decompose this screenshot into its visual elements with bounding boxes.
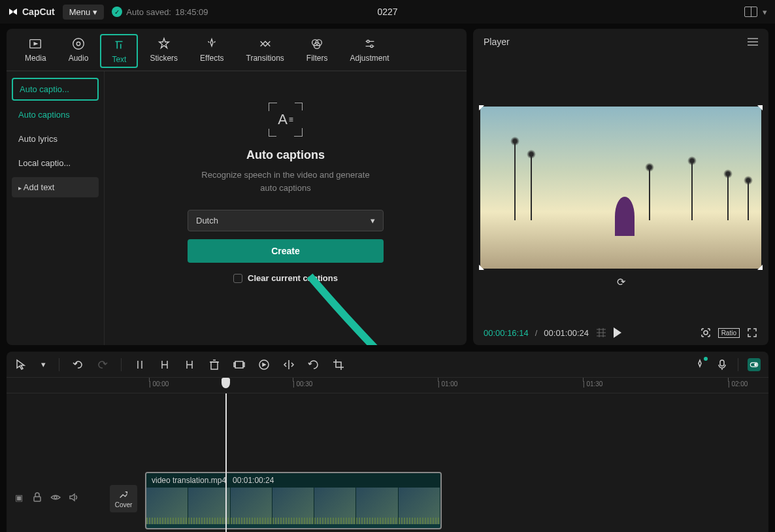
effects-icon (205, 37, 219, 51)
clip-duration: 00:01:00:24 (233, 476, 274, 485)
text-icon (112, 38, 126, 52)
tab-adjustment[interactable]: Adjustment (339, 34, 399, 68)
player-controls: 00:00:16:14 / 00:01:00:24 Ratio (473, 320, 768, 345)
layout-icon[interactable] (744, 7, 757, 17)
tab-transitions[interactable]: Transitions (236, 34, 295, 68)
fullscreen-icon[interactable] (746, 327, 758, 339)
play-button[interactable] (614, 327, 621, 338)
crop-icon[interactable] (700, 327, 712, 339)
language-select[interactable]: Dutch ▾ (188, 210, 384, 231)
svg-point-16 (755, 363, 757, 365)
panel-description: Recognize speech in the video and genera… (194, 169, 377, 194)
player-title: Player (484, 37, 510, 47)
svg-point-7 (370, 45, 372, 48)
svg-rect-11 (234, 363, 235, 367)
crop-tool[interactable] (332, 358, 345, 371)
track-collapse-icon[interactable]: ▣ (13, 491, 25, 503)
tab-audio[interactable]: Audio (58, 34, 99, 68)
rotate-tool[interactable] (307, 358, 320, 371)
autosave-status: ✓ Auto saved: 18:45:09 (112, 7, 208, 17)
sidebar-item-auto-captions[interactable]: Auto captions (12, 105, 99, 125)
svg-point-1 (73, 39, 84, 50)
panel-title: Auto captions (246, 148, 325, 162)
player-menu-icon[interactable] (748, 38, 758, 46)
clear-captions-checkbox[interactable]: Clear current captions (233, 273, 338, 283)
auto-captions-icon: A≡ (270, 104, 301, 135)
track-controls: ▣ (13, 491, 80, 503)
player-viewport[interactable]: ⟳ (473, 55, 768, 320)
effects-toggle[interactable] (693, 358, 706, 371)
tab-filters[interactable]: Filters (296, 34, 338, 68)
sidebar-item-auto-captions-parent[interactable]: Auto captio... (12, 78, 99, 101)
create-button[interactable]: Create (188, 239, 384, 263)
timeline-tracks[interactable]: ▣ Cover video translation.mp4 00:01:00:2… (7, 393, 768, 532)
sidebar-item-auto-lyrics[interactable]: Auto lyrics (12, 129, 99, 149)
svg-rect-17 (34, 497, 41, 501)
svg-point-18 (54, 496, 57, 499)
eye-icon[interactable] (50, 491, 61, 503)
filters-icon (310, 37, 324, 51)
stickers-icon (157, 37, 171, 51)
svg-point-8 (704, 331, 708, 335)
timeline-toolbar: ▾ (7, 352, 768, 378)
check-icon: ✓ (112, 7, 122, 17)
lock-icon[interactable] (31, 491, 43, 503)
sidebar-item-add-text[interactable]: Add text (12, 177, 99, 197)
topbar: CapCut Menu ▾ ✓ Auto saved: 18:45:09 022… (0, 0, 775, 24)
frame-tool[interactable] (233, 358, 246, 371)
reload-icon[interactable]: ⟳ (617, 276, 625, 288)
playhead[interactable] (225, 393, 227, 532)
reverse-tool[interactable] (257, 358, 271, 371)
capcut-logo-icon (8, 7, 18, 17)
left-panel: Media Audio Text Stickers Effects Transi… (7, 29, 467, 345)
tab-text[interactable]: Text (100, 34, 138, 68)
tab-effects[interactable]: Effects (190, 34, 234, 68)
ratio-button[interactable]: Ratio (718, 328, 740, 338)
grid-icon[interactable] (595, 327, 607, 339)
chevron-down-icon[interactable]: ▾ (763, 7, 767, 17)
media-tabs: Media Audio Text Stickers Effects Transi… (7, 29, 467, 71)
auto-captions-panel: A≡ Auto captions Recognize speech in the… (105, 71, 467, 345)
clip-thumbnails (146, 488, 440, 524)
mirror-tool[interactable] (282, 358, 295, 371)
player-panel: Player ⟳ 00:00:16:14 / 00:01:00:24 (473, 29, 768, 345)
redo-button[interactable] (96, 358, 109, 371)
text-sidebar: Auto captio... Auto captions Auto lyrics… (7, 71, 105, 345)
time-current: 00:00:16:14 (484, 328, 529, 338)
media-icon (28, 37, 42, 51)
undo-button[interactable] (71, 358, 84, 371)
timeline-ruler[interactable]: | 00:00 | 00:30 | 01:00 | 01:30 | 02:00 (7, 378, 768, 393)
toggle-tool[interactable] (748, 358, 761, 371)
app-name: CapCut (22, 7, 55, 17)
menu-button[interactable]: Menu ▾ (63, 5, 105, 20)
svg-rect-9 (211, 362, 218, 369)
svg-rect-10 (235, 361, 243, 368)
clip-filename: video translation.mp4 (152, 476, 226, 485)
sidebar-item-local-captions[interactable]: Local captio... (12, 153, 99, 173)
tab-media[interactable]: Media (14, 34, 57, 68)
app-logo: CapCut (8, 7, 55, 17)
chevron-down-icon[interactable]: ▾ (39, 358, 47, 371)
video-clip[interactable]: video translation.mp4 00:01:00:24 (145, 472, 442, 529)
trim-right-tool[interactable] (183, 358, 196, 371)
project-name: 0227 (377, 7, 397, 17)
checkbox-icon (233, 274, 242, 283)
cover-button[interactable]: Cover (110, 485, 137, 512)
speaker-icon[interactable] (68, 491, 80, 503)
adjustment-icon (363, 37, 377, 51)
video-preview: ⟳ (480, 107, 761, 269)
delete-tool[interactable] (208, 358, 221, 371)
chevron-down-icon: ▾ (371, 216, 375, 225)
time-total: 00:01:00:24 (544, 328, 589, 338)
split-tool[interactable] (133, 358, 146, 371)
chevron-down-icon: ▾ (93, 7, 97, 17)
audio-icon (71, 37, 86, 51)
svg-point-2 (76, 42, 80, 46)
transitions-icon (258, 37, 272, 51)
cursor-tool[interactable] (14, 358, 27, 371)
tab-stickers[interactable]: Stickers (139, 34, 188, 68)
svg-rect-14 (720, 360, 724, 366)
trim-left-tool[interactable] (158, 358, 171, 371)
mic-tool[interactable] (716, 358, 729, 371)
timeline: ▾ | 00:00 | 00:30 | 01:00 (7, 352, 768, 532)
